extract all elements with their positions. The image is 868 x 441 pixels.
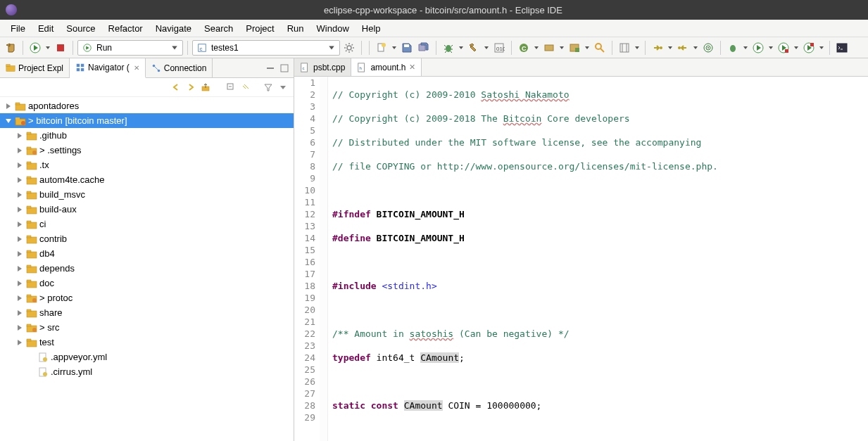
minimize-view-button[interactable]	[264, 62, 277, 75]
svg-rect-61	[27, 222, 37, 229]
next-dropdown[interactable]	[667, 45, 674, 51]
menu-help[interactable]: Help	[356, 21, 387, 36]
ext-dropdown[interactable]	[818, 45, 825, 51]
open-type-button[interactable]	[541, 40, 557, 56]
tree-item[interactable]: db4	[0, 246, 294, 261]
tree-item[interactable]: doc	[0, 276, 294, 290]
tree-item[interactable]: build_msvc	[0, 187, 294, 202]
code-lines[interactable]: // Copyright (c) 2009-2010 Satoshi Nakam…	[328, 77, 868, 441]
gear-button[interactable]	[341, 40, 357, 56]
toggle-mark-button[interactable]	[617, 40, 632, 56]
new-dropdown[interactable]	[391, 45, 398, 51]
tree-item[interactable]: > src	[0, 320, 294, 335]
debug-dropdown[interactable]	[458, 45, 465, 51]
tree-item[interactable]: .github	[0, 128, 294, 143]
tree-item[interactable]: build-aux	[0, 202, 294, 217]
debug-launch-dropdown[interactable]	[742, 45, 749, 51]
close-icon[interactable]: ✕	[134, 64, 139, 72]
new-class-dropdown[interactable]	[533, 45, 540, 51]
svg-rect-34	[81, 64, 84, 67]
filter-button[interactable]	[262, 81, 275, 94]
target-button[interactable]	[700, 40, 716, 56]
run-launch-button[interactable]	[750, 40, 766, 56]
main-toolbar: Run c testes1 010 C	[0, 37, 868, 58]
tree-item[interactable]: > .settings	[0, 143, 294, 158]
navigator-tree[interactable]: apontadores > bitcoin [bitcoin master] .…	[0, 97, 294, 441]
up-button[interactable]	[199, 81, 212, 94]
menu-project[interactable]: Project	[239, 21, 280, 36]
tab-project-explorer[interactable]: Project Expl	[0, 58, 70, 77]
search-button[interactable]	[592, 40, 608, 56]
menu-navigate[interactable]: Navigate	[149, 21, 198, 36]
debug-launch-button[interactable]	[725, 40, 741, 56]
svg-rect-33	[77, 64, 80, 67]
tab-psbt[interactable]: c psbt.cpp	[294, 58, 351, 76]
tab-amount[interactable]: h amount.h ✕	[351, 58, 422, 76]
svg-point-52	[32, 151, 37, 155]
open-type-dropdown[interactable]	[558, 45, 565, 51]
menu-file[interactable]: File	[4, 21, 32, 36]
run-dropdown[interactable]	[44, 45, 51, 51]
svg-rect-55	[27, 178, 37, 184]
prev-annotation-button[interactable]	[675, 40, 691, 56]
open-element-dropdown[interactable]	[584, 45, 591, 51]
menu-edit[interactable]: Edit	[32, 21, 60, 36]
tree-item-apontadores[interactable]: apontadores	[0, 98, 294, 113]
tree-item[interactable]: depends	[0, 261, 294, 276]
build-button[interactable]	[3, 40, 18, 56]
menu-source[interactable]: Source	[60, 21, 101, 36]
tree-item-bitcoin[interactable]: > bitcoin [bitcoin master]	[0, 113, 294, 128]
terminal-button[interactable]	[834, 40, 850, 56]
tree-item[interactable]: autom4te.cache	[0, 172, 294, 187]
tree-label: autom4te.cache	[39, 174, 105, 185]
index-button[interactable]: 010	[491, 40, 507, 56]
fold-column[interactable]	[320, 77, 328, 441]
tree-label: test	[39, 337, 54, 347]
debug-button[interactable]	[441, 40, 456, 56]
code-editor[interactable]: 1234567891011121314151617181920212223242…	[294, 77, 868, 441]
tree-label: > protoc	[39, 293, 73, 303]
menu-window[interactable]: Window	[310, 21, 356, 36]
collapse-all-button[interactable]	[225, 81, 237, 94]
run-button[interactable]	[27, 40, 43, 56]
tree-item[interactable]: share	[0, 305, 294, 320]
tree-file[interactable]: .appveyor.yml	[0, 350, 294, 364]
tab-connection[interactable]: Connection	[146, 58, 213, 77]
stop-button[interactable]	[53, 40, 68, 56]
tab-navigator[interactable]: Navigator ( ✕	[70, 58, 146, 78]
run-launch-dropdown[interactable]	[767, 45, 774, 51]
save-button[interactable]	[399, 40, 415, 56]
back-button[interactable]	[170, 81, 182, 94]
tree-item[interactable]: .tx	[0, 158, 294, 172]
run-config-combo[interactable]: Run	[77, 40, 183, 56]
forward-button[interactable]	[184, 81, 197, 94]
link-editor-button[interactable]	[239, 81, 252, 94]
prev-dropdown[interactable]	[692, 45, 699, 51]
profile-dropdown[interactable]	[793, 45, 800, 51]
new-button[interactable]	[374, 40, 389, 56]
close-tab-icon[interactable]: ✕	[409, 63, 415, 72]
profile-button[interactable]	[776, 40, 791, 56]
menu-run[interactable]: Run	[281, 21, 310, 36]
view-menu-button[interactable]	[277, 81, 289, 94]
tab-label: psbt.cpp	[313, 63, 345, 72]
open-element-button[interactable]	[567, 40, 582, 56]
build-dropdown[interactable]	[483, 45, 490, 51]
maximize-view-button[interactable]	[278, 62, 291, 75]
mark-dropdown[interactable]	[634, 45, 641, 51]
menu-search[interactable]: Search	[198, 21, 239, 36]
tree-item[interactable]: test	[0, 335, 294, 350]
menu-refactor[interactable]: Refactor	[102, 21, 149, 36]
tree-item[interactable]: ci	[0, 217, 294, 231]
tree-item[interactable]: > protoc	[0, 290, 294, 305]
svg-point-23	[707, 47, 709, 49]
tree-file[interactable]: .cirrus.yml	[0, 364, 294, 379]
build-hammer-button[interactable]	[466, 40, 482, 56]
next-annotation-button[interactable]	[650, 40, 665, 56]
ext-tools-button[interactable]	[801, 40, 817, 56]
save-all-button[interactable]	[416, 40, 432, 56]
svg-text:010: 010	[496, 46, 505, 52]
new-cpp-class-button[interactable]: C	[516, 40, 532, 56]
tree-item[interactable]: contrib	[0, 231, 294, 246]
launch-config-combo[interactable]: c testes1	[192, 40, 340, 56]
